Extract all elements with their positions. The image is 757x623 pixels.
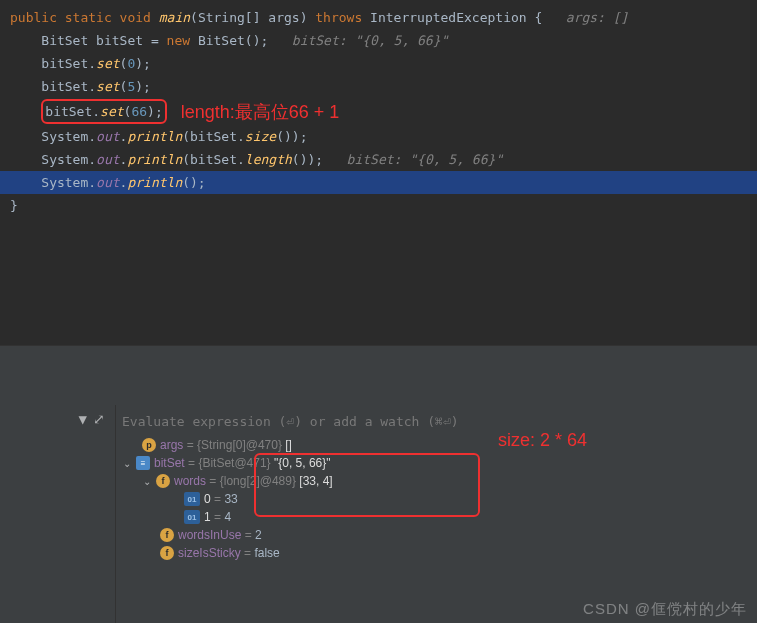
- code-line: bitSet.set(66);length:最高位66 + 1: [0, 98, 757, 125]
- var-bitset[interactable]: ⌄ ≡ bitSet = {BitSet@471} "{0, 5, 66}": [122, 454, 751, 472]
- debug-panel: ▼ ⤢ Evaluate expression (⏎) or add a wat…: [0, 405, 757, 623]
- var-words-0[interactable]: 01 0 = 33: [122, 490, 751, 508]
- field-icon: f: [156, 474, 170, 488]
- watermark: CSDN @㑌傥村的少年: [583, 600, 747, 619]
- annotation-length: length:最高位66 + 1: [181, 102, 340, 122]
- index-icon: 01: [184, 510, 200, 524]
- index-icon: 01: [184, 492, 200, 506]
- code-line-current: System.out.println();: [0, 171, 757, 194]
- collapse-icon[interactable]: ⌄: [122, 458, 132, 469]
- var-sizeissticky[interactable]: f sizeIsSticky = false: [122, 544, 751, 562]
- code-line: bitSet.set(0);: [0, 52, 757, 75]
- code-line: System.out.println(bitSet.size());: [0, 125, 757, 148]
- code-line: BitSet bitSet = new BitSet(); bitSet: "{…: [0, 29, 757, 52]
- highlight-box: bitSet.set(66);: [41, 99, 166, 124]
- expand-icon[interactable]: ⤢: [93, 411, 105, 617]
- annotation-size: size: 2 * 64: [498, 430, 587, 451]
- code-line: bitSet.set(5);: [0, 75, 757, 98]
- code-line: System.out.println(bitSet.length()); bit…: [0, 148, 757, 171]
- var-words-1[interactable]: 01 1 = 4: [122, 508, 751, 526]
- param-icon: p: [142, 438, 156, 452]
- evaluate-input[interactable]: Evaluate expression (⏎) or add a watch (…: [116, 411, 757, 432]
- var-words[interactable]: ⌄ f words = {long[2]@489} [33, 4]: [122, 472, 751, 490]
- var-wordsinuse[interactable]: f wordsInUse = 2: [122, 526, 751, 544]
- field-icon: f: [160, 528, 174, 542]
- filter-icon[interactable]: ▼: [79, 411, 87, 617]
- struct-icon: ≡: [136, 456, 150, 470]
- code-editor[interactable]: public static void main(String[] args) t…: [0, 0, 757, 345]
- debug-variables: Evaluate expression (⏎) or add a watch (…: [116, 405, 757, 623]
- field-icon: f: [160, 546, 174, 560]
- code-line: public static void main(String[] args) t…: [0, 6, 757, 29]
- debug-toolbar: ▼ ⤢: [0, 405, 116, 623]
- collapse-icon[interactable]: ⌄: [142, 476, 152, 487]
- code-line: }: [0, 194, 757, 217]
- panel-divider[interactable]: [0, 345, 757, 405]
- var-args[interactable]: p args = {String[0]@470} []: [122, 436, 751, 454]
